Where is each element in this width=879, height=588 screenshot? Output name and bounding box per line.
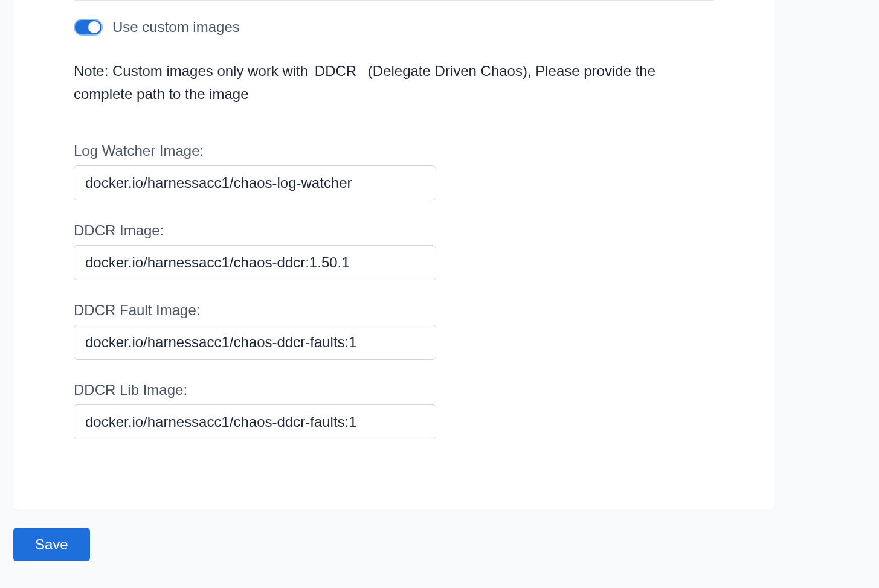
- use-custom-images-toggle[interactable]: [74, 19, 103, 36]
- toggle-knob: [88, 21, 100, 33]
- ddcr-label: DDCR Image:: [74, 222, 714, 239]
- ddcr-lib-input[interactable]: [74, 404, 436, 439]
- custom-images-card: Use custom images Note: Custom images on…: [13, 0, 774, 510]
- ddcr-lib-label: DDCR Lib Image:: [74, 382, 714, 398]
- card-content: Use custom images Note: Custom images on…: [13, 1, 774, 439]
- ddcr-field-group: DDCR Image:: [74, 222, 714, 280]
- ddcr-badge: DDCR: [314, 60, 360, 83]
- ddcr-lib-field-group: DDCR Lib Image:: [74, 382, 714, 439]
- use-custom-images-label: Use custom images: [112, 19, 240, 36]
- log-watcher-field-group: Log Watcher Image:: [74, 142, 714, 200]
- settings-page: Use custom images Note: Custom images on…: [0, 0, 879, 561]
- log-watcher-input[interactable]: [74, 165, 436, 200]
- ddcr-fault-field-group: DDCR Fault Image:: [74, 302, 714, 360]
- note-prefix: Note: Custom images only work with: [74, 63, 312, 79]
- button-area: Save: [0, 510, 879, 561]
- log-watcher-label: Log Watcher Image:: [74, 142, 714, 159]
- use-custom-images-row: Use custom images: [74, 19, 714, 36]
- ddcr-fault-label: DDCR Fault Image:: [74, 302, 714, 319]
- save-button[interactable]: Save: [13, 528, 90, 561]
- note-text: Note: Custom images only work with DDCR …: [74, 60, 708, 106]
- ddcr-fault-input[interactable]: [74, 325, 436, 360]
- ddcr-input[interactable]: [74, 245, 436, 280]
